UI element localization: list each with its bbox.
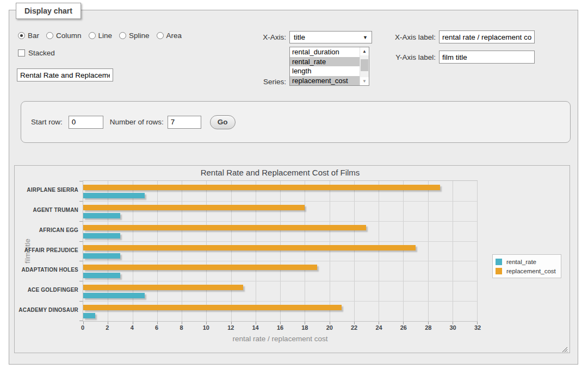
legend-swatch: [496, 268, 502, 274]
y-tick-mark: [79, 321, 83, 321]
replacement_cost-bar: [83, 305, 342, 310]
chart-type-option-spline[interactable]: Spline: [119, 32, 150, 40]
display-chart-panel: Display chart BarColumnLineSplineArea St…: [9, 10, 578, 365]
chart-title-input[interactable]: [17, 68, 113, 81]
y-category-label: AIRPLANE SIERRA: [15, 180, 78, 200]
x-axis-label-input[interactable]: [439, 30, 535, 43]
radio-icon: [119, 32, 126, 39]
bar-row: [83, 281, 477, 301]
bar-row: [83, 241, 477, 261]
series-option[interactable]: length: [290, 66, 360, 76]
x-tick-label: 26: [400, 324, 407, 331]
radio-icon: [18, 32, 25, 39]
replacement_cost-bar: [83, 185, 440, 190]
radio-icon: [89, 32, 96, 39]
chart-type-option-area[interactable]: Area: [157, 32, 182, 40]
x-tick-label: 12: [227, 324, 234, 331]
y-tick-mark: [79, 241, 83, 242]
rental_rate-bar: [83, 233, 120, 239]
x-tick-label: 16: [277, 324, 283, 331]
series-option[interactable]: replacement_cost: [290, 76, 360, 86]
x-tick-label: 6: [155, 324, 158, 331]
replacement_cost-bar: [83, 265, 317, 270]
rental_rate-bar: [83, 213, 120, 218]
chart-title: Rental Rate and Replacement Cost of Film…: [83, 168, 478, 177]
y-axis-labels: AIRPLANE SIERRAAGENT TRUMANAFRICAN EGGAF…: [15, 180, 78, 322]
series-option[interactable]: rental_duration: [290, 47, 360, 57]
x-axis-ticks: 02468101214161820222426283032: [83, 324, 478, 332]
bar-row: [83, 221, 477, 241]
y-category-label: ADAPTATION HOLES: [15, 260, 78, 280]
y-axis-label-text: Y-Axis label:: [357, 53, 436, 61]
chart-type-label: Column: [56, 32, 82, 40]
x-tick-label: 2: [106, 324, 109, 331]
x-tick-label: 32: [474, 324, 481, 331]
series-listbox[interactable]: rental_durationrental_ratelengthreplacem…: [289, 47, 369, 86]
chart-plot: [83, 180, 478, 322]
x-tick-label: 8: [180, 324, 183, 331]
y-tick-mark: [79, 181, 83, 181]
x-tick-label: 24: [375, 324, 382, 331]
y-tick-mark: [79, 301, 83, 302]
stacked-checkbox[interactable]: [18, 49, 25, 57]
x-tick-label: 0: [81, 324, 84, 331]
stacked-label: Stacked: [28, 49, 55, 57]
num-rows-input[interactable]: [168, 116, 201, 129]
x-axis-label-text: X-Axis label:: [357, 33, 436, 41]
x-tick-label: 28: [425, 324, 431, 331]
rental_rate-bar: [83, 193, 145, 198]
bar-row: [83, 201, 477, 221]
series-option[interactable]: rental_rate: [290, 57, 360, 67]
replacement_cost-bar: [83, 225, 366, 230]
start-row-input[interactable]: [69, 116, 103, 129]
y-category-label: AGENT TRUMAN: [15, 200, 78, 221]
chart-type-option-line[interactable]: Line: [89, 32, 113, 40]
chart-type-option-column[interactable]: Column: [46, 32, 82, 40]
stacked-checkbox-row[interactable]: Stacked: [18, 49, 55, 57]
series-listbox-label: Series:: [238, 78, 286, 86]
rental_rate-bar: [83, 293, 145, 298]
chart-type-label: Bar: [28, 32, 39, 40]
y-tick-mark: [79, 281, 83, 281]
y-tick-mark: [79, 261, 83, 261]
legend-entry: rental_rate: [496, 257, 556, 266]
x-tick-label: 22: [351, 324, 357, 331]
x-axis-title: rental rate / replacement cost: [83, 335, 478, 343]
legend-label: replacement_cost: [506, 268, 556, 274]
radio-icon: [46, 32, 53, 39]
x-tick-label: 14: [252, 324, 259, 331]
x-axis-selected-value: title: [294, 33, 305, 41]
chart-type-radio-group: BarColumnLineSplineArea: [18, 32, 182, 40]
num-rows-label: Number of rows:: [110, 118, 164, 126]
bar-row: [83, 181, 477, 201]
gridline: [477, 181, 478, 321]
y-category-label: AFFAIR PREJUDICE: [15, 241, 78, 261]
x-tick-label: 10: [203, 324, 209, 331]
y-category-label: ACADEMY DINOSAUR: [15, 300, 78, 321]
chart-type-option-bar[interactable]: Bar: [18, 32, 39, 40]
start-row-label: Start row:: [31, 118, 63, 126]
legend-label: rental_rate: [506, 259, 536, 265]
radio-icon: [157, 32, 164, 39]
rental_rate-bar: [83, 253, 120, 259]
x-tick-label: 4: [131, 324, 134, 331]
scrollbar-down-icon[interactable]: ▼: [360, 77, 369, 85]
bar-row: [83, 261, 477, 281]
replacement_cost-bar: [83, 245, 416, 250]
panel-legend: Display chart: [16, 3, 81, 19]
chart-area: Rental Rate and Replacement Cost of Film…: [14, 165, 570, 353]
y-category-label: ACE GOLDFINGER: [15, 280, 78, 300]
y-axis-label-input[interactable]: [439, 51, 535, 64]
chart-type-label: Line: [98, 32, 113, 40]
legend-entry: replacement_cost: [496, 266, 556, 275]
replacement_cost-bar: [83, 285, 243, 290]
go-button[interactable]: Go: [210, 115, 236, 129]
row-controls-box: Start row: Number of rows: Go: [21, 101, 571, 143]
chart-type-label: Area: [166, 32, 182, 40]
rental_rate-bar: [83, 313, 95, 318]
replacement_cost-bar: [83, 205, 305, 210]
chart-legend: rental_ratereplacement_cost: [492, 254, 561, 278]
resize-handle-icon[interactable]: [562, 345, 568, 351]
y-tick-mark: [79, 221, 83, 222]
chart-type-label: Spline: [129, 32, 150, 40]
